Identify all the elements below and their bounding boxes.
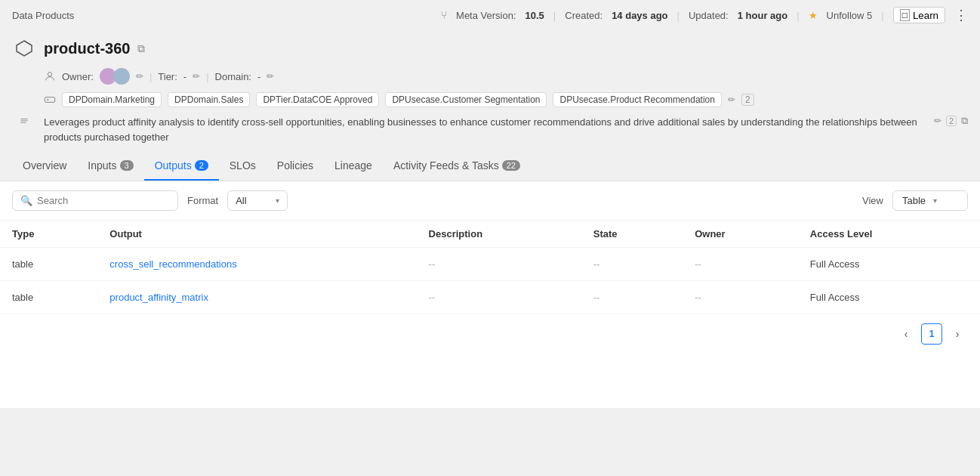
learn-button[interactable]: □ Learn (893, 7, 945, 23)
learn-icon: □ (900, 9, 910, 21)
tag-3[interactable]: DPUsecase.Customer Segmentation (385, 92, 547, 107)
col-description: Description (417, 221, 581, 248)
owner-icon (44, 70, 56, 82)
col-type: Type (0, 221, 97, 248)
tag-4[interactable]: DPUsecase.Product Recommendation (553, 92, 721, 107)
tab-activity-label: Activity Feeds & Tasks (393, 159, 499, 172)
tab-activity[interactable]: Activity Feeds & Tasks 22 (383, 152, 531, 181)
format-selected-value: All (236, 195, 246, 206)
row-1-state: -- (581, 281, 683, 314)
owner-edit-icon[interactable]: ✏ (136, 71, 143, 82)
tag-0[interactable]: DPDomain.Marketing (62, 92, 162, 107)
svg-point-2 (48, 99, 48, 100)
page-1-button[interactable]: 1 (921, 323, 942, 345)
search-icon: 🔍 (20, 195, 32, 206)
tag-2[interactable]: DPTier.DataCOE Approved (256, 92, 379, 107)
copy-icon[interactable]: ⧉ (137, 42, 145, 55)
row-0-description: -- (417, 248, 581, 281)
tab-lineage[interactable]: Lineage (324, 152, 383, 181)
tab-overview-label: Overview (23, 159, 66, 172)
tab-lineage-label: Lineage (334, 159, 372, 172)
table-row: table product_affinity_matrix -- -- -- F… (0, 281, 980, 314)
col-access-level: Access Level (798, 221, 980, 248)
tab-outputs-badge: 2 (195, 160, 208, 171)
prev-page-button[interactable]: ‹ (895, 323, 917, 345)
star-icon: ★ (809, 10, 818, 21)
meta-version-value: 10.5 (525, 10, 544, 21)
format-select[interactable]: All ▾ (227, 190, 288, 211)
separator-1: | (553, 10, 556, 21)
page-1-label: 1 (929, 329, 935, 339)
search-box[interactable]: 🔍 (12, 190, 178, 211)
divider-1: | (149, 71, 152, 82)
page-wrapper: Data Products ⑂ Meta Version: 10.5 | Cre… (0, 0, 980, 476)
tab-outputs[interactable]: Outputs 2 (144, 152, 219, 181)
row-1-description: -- (417, 281, 581, 314)
view-selected-value: Table (902, 195, 926, 206)
row-0-state: -- (581, 248, 683, 281)
row-0-output-link[interactable]: cross_sell_recommendations (109, 258, 236, 270)
desc-format-icon[interactable]: 2 (946, 116, 957, 126)
top-bar: Data Products ⑂ Meta Version: 10.5 | Cre… (0, 0, 980, 30)
svg-marker-0 (17, 41, 32, 56)
tab-outputs-label: Outputs (155, 159, 192, 172)
breadcrumb: Data Products (12, 10, 74, 21)
col-owner: Owner (683, 221, 798, 248)
row-1-access-level: Full Access (798, 281, 980, 314)
separator-3: | (797, 10, 799, 21)
row-0-access-level: Full Access (798, 248, 980, 281)
row-1-output-link[interactable]: product_affinity_matrix (109, 292, 208, 303)
description-text: Leverages product affinity analysis to i… (44, 115, 926, 144)
avatar-group (100, 68, 130, 85)
owner-label: Owner: (62, 71, 94, 82)
description-row: Leverages product affinity analysis to i… (12, 115, 968, 144)
format-chevron-icon: ▾ (276, 196, 279, 205)
meta-version-label: Meta Version: (456, 10, 516, 21)
tab-inputs-badge: 3 (120, 160, 134, 171)
created-label: Created: (565, 10, 602, 21)
separator-2: | (677, 10, 680, 21)
view-label: View (862, 195, 883, 206)
row-0-owner: -- (683, 248, 798, 281)
meta-version-icon: ⑂ (441, 9, 447, 21)
tier-edit-icon[interactable]: ✏ (193, 71, 200, 82)
pagination: ‹ 1 › (0, 314, 980, 354)
tags-edit-icon[interactable]: ✏ (728, 94, 735, 105)
prev-icon: ‹ (904, 328, 908, 340)
row-0-output: cross_sell_recommendations (97, 248, 416, 281)
product-title: product-360 (44, 40, 130, 57)
search-input[interactable] (37, 195, 170, 206)
unfollow-button[interactable]: Unfollow 5 (827, 10, 873, 21)
row-1-type: table (0, 281, 97, 314)
desc-edit-icon[interactable]: ✏ (934, 116, 941, 126)
tags-count-icon: 2 (741, 94, 754, 106)
table-header-row: Type Output Description State Owner Acce… (0, 221, 980, 248)
tab-inputs[interactable]: Inputs 3 (77, 152, 143, 181)
col-output: Output (97, 221, 416, 248)
col-state: State (581, 221, 683, 248)
row-1-output: product_affinity_matrix (97, 281, 416, 314)
product-title-row: product-360 ⧉ (12, 36, 968, 60)
row-0-type: table (0, 248, 97, 281)
domain-edit-icon[interactable]: ✏ (267, 71, 274, 82)
outputs-table: Type Output Description State Owner Acce… (0, 221, 980, 314)
tabs-row: Overview Inputs 3 Outputs 2 SLOs Policie… (0, 152, 980, 181)
next-icon: › (956, 328, 960, 340)
next-page-button[interactable]: › (947, 323, 968, 345)
separator-4: | (881, 10, 883, 21)
domain-value: - (257, 71, 260, 82)
svg-point-1 (48, 73, 51, 76)
view-select[interactable]: Table ▾ (892, 190, 968, 211)
tab-slos[interactable]: SLOs (219, 152, 267, 181)
tab-overview[interactable]: Overview (12, 152, 77, 181)
tab-policies[interactable]: Policies (267, 152, 324, 181)
updated-value: 1 hour ago (738, 10, 787, 21)
tag-1[interactable]: DPDomain.Sales (168, 92, 250, 107)
desc-copy-icon[interactable]: ⧉ (961, 115, 968, 127)
divider-2: | (206, 71, 208, 82)
tier-label: Tier: (158, 71, 177, 82)
tab-policies-label: Policies (277, 159, 313, 172)
toolbar: 🔍 Format All ▾ View Table ▾ (0, 181, 980, 221)
more-icon[interactable]: ⋮ (954, 7, 968, 23)
desc-icon (12, 116, 36, 129)
